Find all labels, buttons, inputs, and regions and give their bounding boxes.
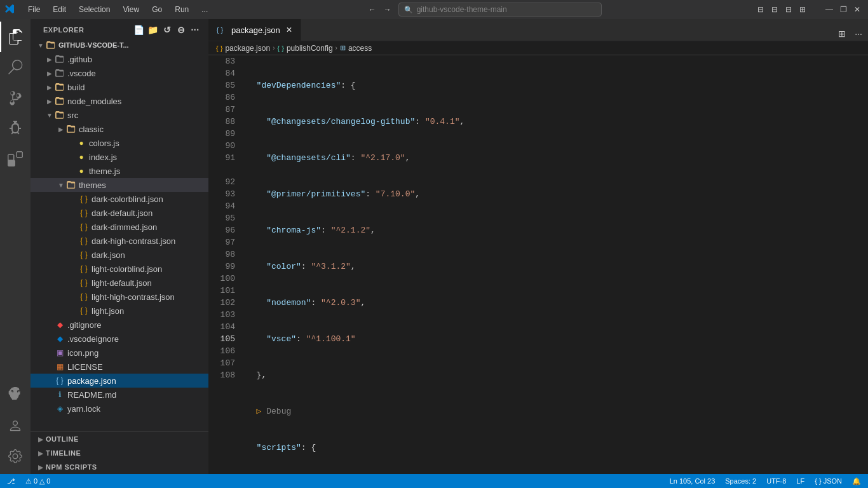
split-editor-button[interactable]: ⊞ xyxy=(835,27,849,41)
activity-remote[interactable] xyxy=(0,377,31,408)
tree-item-classic[interactable]: ▶ classic xyxy=(31,122,208,136)
status-encoding[interactable]: UTF-8 xyxy=(764,477,788,485)
menu-selection[interactable]: Selection xyxy=(74,4,115,15)
status-spaces[interactable]: Spaces: 2 xyxy=(723,477,758,485)
tab-right-icons: ⊞ ··· xyxy=(835,27,868,41)
icon-png-label: icon.png xyxy=(67,348,98,358)
close-button[interactable]: ✕ xyxy=(851,4,863,15)
grid-icon[interactable]: ⊞ xyxy=(797,4,808,15)
status-notifications[interactable]: 🔔 xyxy=(850,477,863,485)
nav-back-button[interactable]: ← xyxy=(367,4,378,15)
status-line-ending[interactable]: LF xyxy=(794,477,806,485)
layout-icon[interactable]: ⊟ xyxy=(755,4,766,15)
vscodeignore-icon: ◆ xyxy=(55,334,65,344)
status-language[interactable]: { } JSON xyxy=(813,477,844,485)
split-h-icon[interactable]: ⊟ xyxy=(769,4,780,15)
vscode-folder-label: .vscode xyxy=(67,69,96,78)
tree-item-light-json[interactable]: ▶ { } light.json xyxy=(31,304,208,318)
tree-item-build[interactable]: ▶ build xyxy=(31,80,208,94)
global-search-bar[interactable]: 🔍 github-vscode-theme-main xyxy=(398,3,602,17)
more-editor-actions-button[interactable]: ··· xyxy=(851,27,865,41)
root-folder[interactable]: ▼ GITHUB-VSCODE-T... xyxy=(31,38,208,52)
menu-file[interactable]: File xyxy=(23,4,45,15)
tree-item-license[interactable]: ▶ ▦ LICENSE xyxy=(31,360,208,374)
light-hc-label: light-high-contrast.json xyxy=(92,292,175,302)
breadcrumb-key[interactable]: access xyxy=(348,44,372,53)
tree-item-light-high-contrast[interactable]: ▶ { } light-high-contrast.json xyxy=(31,290,208,304)
new-folder-button[interactable]: 📁 xyxy=(147,24,159,36)
tree-item-dark-dimmed[interactable]: ▶ { } dark-dimmed.json xyxy=(31,220,208,234)
minimize-button[interactable]: — xyxy=(824,4,835,15)
line-85: 85 xyxy=(214,79,235,92)
refresh-button[interactable]: ↺ xyxy=(161,24,173,36)
menu-go[interactable]: Go xyxy=(147,4,167,15)
line-101: 101 xyxy=(214,285,235,297)
activity-settings[interactable] xyxy=(0,441,31,471)
tab-close-button[interactable]: ✕ xyxy=(284,25,294,35)
tree-item-light-colorblind[interactable]: ▶ { } light-colorblind.json xyxy=(31,262,208,276)
tree-item-dark-colorblind[interactable]: ▶ { } dark-colorblind.json xyxy=(31,192,208,206)
warning-icon: △ xyxy=(39,477,44,485)
menu-edit[interactable]: Edit xyxy=(48,4,71,15)
tree-item-vscodeignore[interactable]: ▶ ◆ .vscodeignore xyxy=(31,332,208,346)
split-v-icon[interactable]: ⊟ xyxy=(783,4,794,15)
tree-item-index-js[interactable]: ▶ ● index.js xyxy=(31,150,208,164)
activity-debug[interactable] xyxy=(0,113,31,144)
menu-run[interactable]: Run xyxy=(170,4,194,15)
outline-panel-header[interactable]: ▶ OUTLINE xyxy=(31,432,208,446)
tree-item-package-json[interactable]: ▶ { } package.json xyxy=(31,374,208,388)
activity-search[interactable] xyxy=(0,52,31,83)
tree-item-dark-default[interactable]: ▶ { } dark-default.json xyxy=(31,206,208,220)
npm-scripts-panel-header[interactable]: ▶ NPM SCRIPTS xyxy=(31,460,208,474)
menu-view[interactable]: View xyxy=(118,4,144,15)
breadcrumb-file[interactable]: package.json xyxy=(225,44,270,53)
line-ending-text: LF xyxy=(796,477,804,485)
vscode-logo-icon xyxy=(5,4,15,15)
code-line-85: "@changesets/cli": "^2.17.0", xyxy=(247,152,868,164)
collapse-all-button[interactable]: ⊖ xyxy=(175,24,187,36)
tab-package-json[interactable]: { } package.json ✕ xyxy=(208,19,301,41)
breadcrumb-section-icon: { } xyxy=(277,44,283,52)
tree-item-vscode[interactable]: ▶ .vscode xyxy=(31,66,208,80)
line-105: 105 xyxy=(214,333,235,345)
breadcrumb-section[interactable]: publishConfig xyxy=(287,44,333,53)
node-modules-arrow: ▶ xyxy=(44,98,55,105)
more-actions-button[interactable]: ··· xyxy=(189,24,201,36)
sidebar-header: EXPLORER 📄 📁 ↺ ⊖ ··· xyxy=(31,19,208,38)
tree-item-icon-png[interactable]: ▶ ▣ icon.png xyxy=(31,346,208,360)
status-branch[interactable]: ⎇ xyxy=(5,477,17,485)
tree-item-readme[interactable]: ▶ ℹ README.md xyxy=(31,388,208,402)
restore-button[interactable]: ❐ xyxy=(837,4,849,15)
status-line-col[interactable]: Ln 105, Col 23 xyxy=(668,477,717,485)
tree-item-themes[interactable]: ▼ themes xyxy=(31,178,208,192)
theme-js-label: theme.js xyxy=(89,166,120,176)
menu-items: File Edit Selection View Go Run ... xyxy=(23,4,213,15)
activity-explorer[interactable] xyxy=(0,22,31,52)
status-bar-left: ⎇ ⚠ 0 △ 0 xyxy=(5,477,52,485)
build-folder-icon xyxy=(55,82,65,92)
tree-item-src[interactable]: ▼ src xyxy=(31,108,208,122)
tree-item-dark-high-contrast[interactable]: ▶ { } dark-high-contrast.json xyxy=(31,234,208,248)
tree-item-colors-js[interactable]: ▶ ● colors.js xyxy=(31,136,208,150)
code-editor[interactable]: 83 84 85 86 87 88 89 90 91 92 93 94 95 9… xyxy=(208,55,868,474)
dark-default-icon: { } xyxy=(79,208,89,218)
new-file-button[interactable]: 📄 xyxy=(133,24,145,36)
tree-item-theme-js[interactable]: ▶ ● theme.js xyxy=(31,164,208,178)
timeline-panel-header[interactable]: ▶ TIMELINE xyxy=(31,446,208,460)
status-errors[interactable]: ⚠ 0 △ 0 xyxy=(24,477,52,485)
activity-account[interactable] xyxy=(0,410,31,441)
tree-item-github[interactable]: ▶ .github xyxy=(31,52,208,66)
editor-area: { } package.json ✕ ⊞ ··· { } package.jso… xyxy=(208,19,868,474)
nav-forward-button[interactable]: → xyxy=(382,4,393,15)
tree-item-dark-json[interactable]: ▶ { } dark.json xyxy=(31,248,208,262)
tree-item-light-default[interactable]: ▶ { } light-default.json xyxy=(31,276,208,290)
tree-item-yarn-lock[interactable]: ▶ ◈ yarn.lock xyxy=(31,402,208,416)
menu-more[interactable]: ... xyxy=(196,4,213,15)
activity-extensions[interactable] xyxy=(0,144,31,174)
yarn-lock-icon: ◈ xyxy=(55,403,65,414)
activity-scm[interactable] xyxy=(0,83,31,113)
code-line-91b: ▷ Debug xyxy=(247,405,868,417)
explorer-title: EXPLORER xyxy=(43,26,85,34)
tree-item-gitignore[interactable]: ▶ ◆ .gitignore xyxy=(31,318,208,332)
tree-item-node-modules[interactable]: ▶ node_modules xyxy=(31,94,208,108)
